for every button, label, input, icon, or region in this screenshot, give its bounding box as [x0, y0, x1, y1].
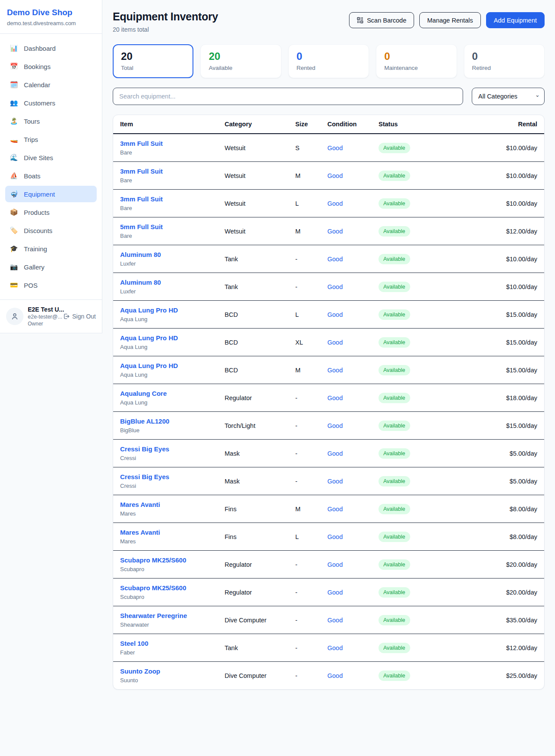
- item-cell: Cressi Big EyesCressi: [113, 467, 221, 495]
- condition-link[interactable]: Good: [327, 228, 343, 235]
- item-brand: Scubapro: [120, 566, 218, 572]
- sidebar-item-boats[interactable]: ⛵Boats: [5, 168, 97, 184]
- equipment-table-card: ItemCategorySizeConditionStatusRental 3m…: [113, 115, 545, 690]
- item-name-link[interactable]: Steel 100: [120, 640, 218, 647]
- sidebar-item-products[interactable]: 📦Products: [5, 204, 97, 220]
- rental-cell: $18.00/day: [444, 384, 544, 412]
- rental-value: $20.00/day: [506, 589, 537, 596]
- sign-out-button[interactable]: Sign Out: [63, 313, 96, 320]
- condition-link[interactable]: Good: [327, 145, 343, 151]
- category-cell: Wetsuit: [221, 217, 292, 245]
- item-name-link[interactable]: Mares Avanti: [120, 529, 218, 536]
- stat-card-available[interactable]: 20Available: [200, 44, 281, 78]
- item-name-link[interactable]: 5mm Full Suit: [120, 223, 218, 230]
- table-row: Aluminum 80LuxferTank-GoodAvailable$10.0…: [113, 273, 544, 301]
- condition-cell: Good: [324, 329, 375, 356]
- condition-link[interactable]: Good: [327, 533, 343, 540]
- condition-link[interactable]: Good: [327, 256, 343, 263]
- scan-barcode-button[interactable]: Scan Barcode: [349, 12, 414, 28]
- sidebar-item-label: POS: [24, 282, 38, 289]
- sidebar-item-bookings[interactable]: 📅Bookings: [5, 58, 97, 75]
- item-name-link[interactable]: Aqualung Core: [120, 390, 218, 397]
- condition-link[interactable]: Good: [327, 450, 343, 457]
- item-name-link[interactable]: 3mm Full Suit: [120, 168, 218, 175]
- table-row: Suunto ZoopSuuntoDive Computer-GoodAvail…: [113, 662, 544, 690]
- item-name-link[interactable]: 3mm Full Suit: [120, 140, 218, 147]
- condition-cell: Good: [324, 356, 375, 384]
- user-meta: E2E Test U... e2e-tester@... Owner: [28, 306, 59, 327]
- rental-cell: $20.00/day: [444, 551, 544, 579]
- rental-value: $12.00/day: [506, 644, 537, 651]
- category-select[interactable]: All Categories: [472, 88, 545, 105]
- rental-value: $5.00/day: [509, 450, 537, 457]
- size-cell: -: [292, 467, 324, 495]
- status-cell: Available: [375, 162, 444, 190]
- item-name-link[interactable]: Aqua Lung Pro HD: [120, 362, 218, 369]
- condition-link[interactable]: Good: [327, 672, 343, 679]
- condition-cell: Good: [324, 495, 375, 523]
- user-role: Owner: [28, 321, 59, 327]
- sidebar-item-label: Equipment: [24, 191, 55, 198]
- sidebar-item-training[interactable]: 🎓Training: [5, 240, 97, 257]
- sidebar-item-pos[interactable]: 💳POS: [5, 277, 97, 293]
- stat-card-total[interactable]: 20Total: [113, 44, 193, 78]
- size-cell: -: [292, 384, 324, 412]
- condition-link[interactable]: Good: [327, 339, 343, 346]
- stat-card-rented[interactable]: 0Rented: [288, 44, 369, 78]
- item-name-link[interactable]: Mares Avanti: [120, 501, 218, 508]
- dashboard-icon: 📊: [10, 44, 18, 52]
- sidebar-item-customers[interactable]: 👥Customers: [5, 95, 97, 111]
- sidebar-item-equipment[interactable]: 🤿Equipment: [5, 186, 97, 202]
- condition-link[interactable]: Good: [327, 367, 343, 374]
- sidebar-item-trips[interactable]: 🚤Trips: [5, 131, 97, 148]
- condition-link[interactable]: Good: [327, 617, 343, 624]
- condition-link[interactable]: Good: [327, 644, 343, 651]
- add-equipment-button[interactable]: Add Equipment: [486, 12, 545, 28]
- condition-link[interactable]: Good: [327, 422, 343, 429]
- stat-label-available: Available: [209, 65, 273, 71]
- item-name-link[interactable]: Aluminum 80: [120, 251, 218, 258]
- stat-card-retired[interactable]: 0Retired: [464, 44, 545, 78]
- condition-link[interactable]: Good: [327, 311, 343, 318]
- search-input[interactable]: [113, 88, 463, 105]
- sidebar-item-tours[interactable]: 🏝️Tours: [5, 113, 97, 129]
- condition-cell: Good: [324, 301, 375, 329]
- item-brand: Bare: [120, 205, 218, 211]
- manage-rentals-button[interactable]: Manage Rentals: [419, 12, 481, 28]
- item-name-link[interactable]: 3mm Full Suit: [120, 195, 218, 203]
- item-name-link[interactable]: Aqua Lung Pro HD: [120, 306, 218, 314]
- scan-barcode-label: Scan Barcode: [367, 17, 406, 24]
- sidebar-item-dive-sites[interactable]: 🌊Dive Sites: [5, 149, 97, 166]
- condition-link[interactable]: Good: [327, 561, 343, 568]
- condition-link[interactable]: Good: [327, 506, 343, 513]
- item-name-link[interactable]: Aluminum 80: [120, 279, 218, 286]
- sidebar-item-gallery[interactable]: 📷Gallery: [5, 259, 97, 275]
- status-cell: Available: [375, 245, 444, 273]
- brand-name[interactable]: Demo Dive Shop: [7, 8, 95, 17]
- sidebar-item-label: Dive Sites: [24, 154, 53, 161]
- rental-value: $15.00/day: [506, 367, 537, 374]
- condition-cell: Good: [324, 662, 375, 690]
- item-name-link[interactable]: Cressi Big Eyes: [120, 445, 218, 453]
- rental-value: $8.00/day: [509, 533, 537, 540]
- sidebar-item-dashboard[interactable]: 📊Dashboard: [5, 40, 97, 56]
- item-name-link[interactable]: BigBlue AL1200: [120, 417, 218, 425]
- condition-link[interactable]: Good: [327, 478, 343, 485]
- item-name-link[interactable]: Shearwater Peregrine: [120, 612, 218, 619]
- column-header-condition: Condition: [324, 115, 375, 134]
- condition-link[interactable]: Good: [327, 283, 343, 290]
- condition-link[interactable]: Good: [327, 200, 343, 207]
- item-name-link[interactable]: Scubapro MK25/S600: [120, 556, 218, 564]
- condition-link[interactable]: Good: [327, 172, 343, 179]
- item-name-link[interactable]: Aqua Lung Pro HD: [120, 334, 218, 342]
- brand-block: Demo Dive Shop demo.test.divestreams.com: [0, 0, 102, 34]
- sidebar-item-discounts[interactable]: 🏷️Discounts: [5, 222, 97, 239]
- item-name-link[interactable]: Scubapro MK25/S600: [120, 584, 218, 592]
- condition-link[interactable]: Good: [327, 589, 343, 596]
- condition-link[interactable]: Good: [327, 394, 343, 401]
- item-name-link[interactable]: Cressi Big Eyes: [120, 473, 218, 480]
- status-cell: Available: [375, 384, 444, 412]
- item-name-link[interactable]: Suunto Zoop: [120, 667, 218, 675]
- stat-card-maintenance[interactable]: 0Maintenance: [376, 44, 457, 78]
- sidebar-item-calendar[interactable]: 🗓️Calendar: [5, 76, 97, 93]
